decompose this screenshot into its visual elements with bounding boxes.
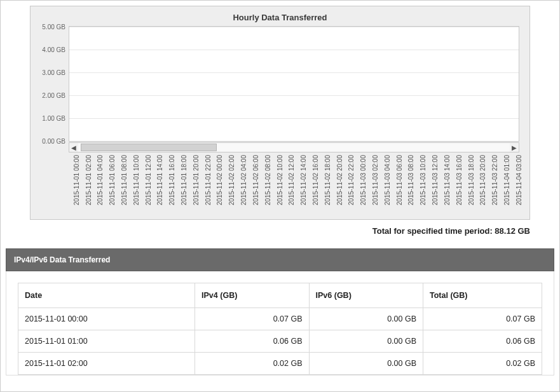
cell-ipv6: 0.00 GB [309,308,423,330]
x-tick-slot: 2015-11-02 20:00 [333,155,339,215]
x-tick-slot: 2015-11-01 06:00 [106,155,111,215]
x-tick-slot [387,155,393,215]
scroll-thumb[interactable] [81,144,217,151]
scroll-right-arrow-icon[interactable]: ▶ [510,143,519,152]
x-tick-slot: 2015-11-03 00:00 [357,155,363,215]
col-total: Total (GB) [423,283,542,308]
y-tick-label: 0.00 GB [42,138,65,145]
x-tick-slot [196,155,201,215]
x-tick-slot: 2015-11-02 14:00 [297,155,303,215]
x-tick-slot [76,155,81,215]
x-tick-slot [256,155,261,215]
cell-ipv6: 0.00 GB [309,330,423,353]
y-tick-label: 4.00 GB [42,46,65,53]
x-tick-slot [507,155,512,215]
x-tick-slot: 2015-11-01 00:00 [70,155,76,215]
x-tick-slot [303,155,309,215]
table-body-area: Date IPv4 (GB) IPv6 (GB) Total (GB) 2015… [6,271,554,375]
x-tick-slot [327,155,332,215]
y-tick-label: 2.00 GB [42,92,65,99]
chart-panel: Hourly Data Transferred 0.00 GB1.00 GB2.… [30,6,530,220]
x-tick-slot: 2015-11-01 20:00 [189,155,195,215]
x-tick-slot: 2015-11-02 02:00 [226,155,231,215]
x-tick-slot: 2015-11-02 12:00 [285,155,291,215]
chart-bars [69,27,519,141]
table-header-bar: IPv4/IPv6 Data Transferred [6,248,554,271]
x-tick-slot: 2015-11-03 12:00 [428,155,434,215]
y-axis-labels: 0.00 GB1.00 GB2.00 GB3.00 GB4.00 GB5.00 … [36,27,65,141]
x-tick-slot: 2015-11-04 03:00 [512,155,518,215]
chart-scrollbar[interactable]: ◀ ▶ [69,142,519,152]
cell-ipv4: 0.02 GB [195,353,309,375]
x-tick-label: 2015-11-04 03:00 [516,155,522,205]
x-tick-slot [291,155,297,215]
x-tick-slot [458,155,464,215]
x-tick-slot: 2015-11-01 22:00 [201,155,207,215]
y-tick-label: 1.00 GB [42,115,65,122]
x-tick-slot [100,155,106,215]
x-axis-labels: 2015-11-01 00:002015-11-01 02:002015-11-… [69,152,519,215]
cell-total: 0.02 GB [423,353,542,375]
total-summary: Total for specified time period: 88.12 G… [30,226,530,236]
table-header-row: Date IPv4 (GB) IPv6 (GB) Total (GB) [18,283,542,308]
col-date: Date [18,283,195,308]
x-tick-slot [207,155,213,215]
x-tick-slot: 2015-11-03 14:00 [440,155,446,215]
x-tick-slot [351,155,357,215]
cell-total: 0.07 GB [423,308,542,330]
x-tick-slot: 2015-11-03 18:00 [465,155,470,215]
table-body: 2015-11-01 00:000.07 GB0.00 GB0.07 GB201… [18,308,542,375]
x-tick-slot: 2015-11-03 10:00 [417,155,423,215]
x-tick-slot [279,155,285,215]
x-tick-slot [482,155,488,215]
x-tick-slot [315,155,321,215]
x-tick-slot [112,155,118,215]
cell-ipv6: 0.00 GB [309,353,423,375]
x-tick-slot [184,155,189,215]
x-tick-slot: 2015-11-02 18:00 [321,155,327,215]
x-tick-slot [495,155,500,215]
x-tick-slot [160,155,165,215]
x-tick-slot: 2015-11-03 16:00 [453,155,458,215]
cell-date: 2015-11-01 01:00 [18,330,195,353]
x-tick-slot [135,155,141,215]
x-tick-slot [172,155,177,215]
x-tick-slot: 2015-11-03 20:00 [477,155,482,215]
x-tick-slot: 2015-11-01 04:00 [94,155,100,215]
cell-date: 2015-11-01 00:00 [18,308,195,330]
chart-title: Hourly Data Transferred [38,13,522,22]
table-row: 2015-11-01 01:000.06 GB0.00 GB0.06 GB [18,330,542,353]
x-tick-slot: 2015-11-02 06:00 [249,155,255,215]
x-tick-slot: 2015-11-01 12:00 [142,155,147,215]
x-tick-slot: 2015-11-01 08:00 [118,155,123,215]
x-tick-slot: 2015-11-03 02:00 [369,155,374,215]
x-tick-slot [470,155,476,215]
x-tick-slot [447,155,453,215]
col-ipv6: IPv6 (GB) [309,283,423,308]
x-tick-slot [88,155,93,215]
scroll-left-arrow-icon[interactable]: ◀ [69,143,78,152]
x-tick-slot: 2015-11-03 04:00 [381,155,386,215]
col-ipv4: IPv4 (GB) [195,283,309,308]
x-tick-slot [267,155,273,215]
x-tick-slot: 2015-11-03 22:00 [488,155,494,215]
x-tick-slot [243,155,249,215]
x-tick-slot: 2015-11-02 16:00 [309,155,315,215]
x-tick-slot [399,155,404,215]
cell-ipv4: 0.06 GB [195,330,309,353]
page-root: Hourly Data Transferred 0.00 GB1.00 GB2.… [0,0,560,392]
cell-date: 2015-11-01 02:00 [18,353,195,375]
cell-total: 0.06 GB [423,330,542,353]
x-tick-slot: 2015-11-02 22:00 [345,155,351,215]
x-tick-slot [363,155,369,215]
x-tick-slot [375,155,381,215]
x-tick-slot: 2015-11-03 06:00 [393,155,399,215]
x-tick-slot: 2015-11-02 08:00 [261,155,267,215]
chart-plot-area: 0.00 GB1.00 GB2.00 GB3.00 GB4.00 GB5.00 … [69,26,519,142]
x-tick-slot: 2015-11-02 04:00 [237,155,243,215]
x-tick-slot [411,155,416,215]
x-tick-slot [124,155,130,215]
table-row: 2015-11-01 02:000.02 GB0.00 GB0.02 GB [18,353,542,375]
data-table-panel: IPv4/IPv6 Data Transferred Date IPv4 (GB… [6,248,554,375]
table-row: 2015-11-01 00:000.07 GB0.00 GB0.07 GB [18,308,542,330]
